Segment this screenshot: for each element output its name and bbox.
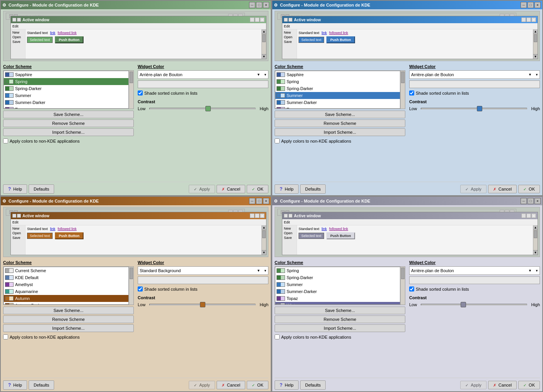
scheme-item[interactable]: Amethyst bbox=[4, 281, 128, 288]
scheme-item[interactable]: Summer-Darker bbox=[275, 99, 400, 106]
scheme-item[interactable]: Summer-Darker bbox=[4, 99, 128, 106]
close-button[interactable]: × bbox=[263, 198, 269, 204]
color-scheme-list[interactable]: SapphireSpringSpring-DarkerSummerSummer-… bbox=[3, 71, 129, 109]
color-scheme-list[interactable]: SpringSpring-DarkerSummerSummer-DarkerTo… bbox=[275, 267, 400, 305]
minimize-button[interactable]: ─ bbox=[249, 2, 255, 8]
scheme-item[interactable]: Spring bbox=[4, 78, 128, 85]
import-scheme-button[interactable]: Import Scheme... bbox=[275, 324, 405, 332]
close-button[interactable]: × bbox=[263, 2, 269, 8]
apply-button[interactable]: ✓Apply bbox=[189, 381, 215, 389]
push-button-preview[interactable]: Push Button bbox=[55, 36, 84, 43]
apply-button[interactable]: ✓Apply bbox=[460, 381, 487, 389]
slider-thumb[interactable] bbox=[200, 302, 205, 307]
push-button-preview[interactable]: Push Button bbox=[55, 232, 84, 239]
defaults-button[interactable]: Defaults bbox=[300, 184, 326, 194]
apply-non-kde-checkbox[interactable] bbox=[275, 138, 280, 143]
ok-button[interactable]: ✓OK bbox=[518, 185, 540, 193]
scheme-item[interactable]: Summer bbox=[4, 92, 128, 99]
apply-button[interactable]: ✓Apply bbox=[460, 185, 487, 193]
help-button[interactable]: ?Help bbox=[275, 380, 299, 390]
widget-color-dropdown[interactable]: Standard Background▼ bbox=[138, 266, 268, 275]
widget-color-dropdown[interactable]: Arrière-plan de Bouton▼ bbox=[409, 70, 540, 79]
help-button[interactable]: ?Help bbox=[3, 380, 27, 390]
defaults-button[interactable]: Defaults bbox=[300, 380, 326, 390]
scheme-item[interactable]: Topaz bbox=[4, 106, 128, 109]
widget-color-dropdown[interactable]: Arrière-plan de Bouton▼ bbox=[409, 266, 540, 275]
apply-non-kde-checkbox[interactable] bbox=[275, 334, 280, 339]
import-scheme-button[interactable]: Import Scheme... bbox=[3, 128, 134, 136]
scheme-item[interactable]: Current Scheme bbox=[4, 267, 128, 274]
contrast-slider[interactable] bbox=[421, 302, 527, 308]
maximize-button[interactable]: □ bbox=[256, 2, 262, 8]
scheme-item[interactable]: Winter bbox=[275, 302, 400, 305]
scheme-item[interactable]: Autumn-Darker bbox=[4, 302, 128, 305]
slider-thumb[interactable] bbox=[205, 106, 211, 111]
cancel-button[interactable]: ✗Cancel bbox=[217, 381, 245, 389]
contrast-slider[interactable] bbox=[149, 302, 256, 308]
scheme-item[interactable]: Sapphire bbox=[4, 71, 128, 78]
maximize-button[interactable]: □ bbox=[528, 2, 534, 8]
scheme-item[interactable]: Summer-Darker bbox=[275, 288, 400, 295]
scheme-item[interactable]: Spring-Darker bbox=[275, 274, 400, 281]
contrast-slider[interactable] bbox=[149, 106, 256, 112]
apply-non-kde-checkbox[interactable] bbox=[3, 138, 8, 143]
scheme-item[interactable]: Sapphire bbox=[275, 71, 400, 78]
minimize-button[interactable]: ─ bbox=[521, 198, 527, 204]
cancel-button[interactable]: ✗Cancel bbox=[488, 185, 517, 193]
remove-scheme-button[interactable]: Remove Scheme bbox=[275, 315, 405, 323]
scheme-item[interactable]: Spring-Darker bbox=[275, 85, 400, 92]
help-button[interactable]: ?Help bbox=[275, 184, 299, 194]
minimize-button[interactable]: ─ bbox=[249, 198, 255, 204]
ok-button[interactable]: ✓OK bbox=[518, 381, 540, 389]
import-scheme-button[interactable]: Import Scheme... bbox=[275, 128, 405, 136]
scheme-item[interactable]: KDE Default bbox=[4, 274, 128, 281]
ok-button[interactable]: ✓OK bbox=[247, 185, 268, 193]
widget-color-dropdown[interactable]: Arrière-plan de Bouton▼ bbox=[138, 70, 268, 79]
remove-scheme-button[interactable]: Remove Scheme bbox=[3, 119, 134, 127]
help-button[interactable]: ?Help bbox=[3, 184, 27, 194]
color-scheme-section: Color SchemeSapphireSpringSpring-DarkerS… bbox=[3, 64, 134, 182]
close-button[interactable]: × bbox=[534, 198, 541, 204]
cancel-button[interactable]: ✗Cancel bbox=[217, 185, 245, 193]
slider-thumb[interactable] bbox=[477, 106, 482, 111]
save-scheme-button[interactable]: Save Scheme... bbox=[3, 111, 134, 118]
scheme-item[interactable]: Autumn bbox=[4, 295, 128, 302]
active-window-preview: Active window·□×EditNewOpenSaveStandard … bbox=[282, 212, 538, 255]
contrast-section: ContrastLowHigh bbox=[409, 99, 540, 112]
defaults-button[interactable]: Defaults bbox=[29, 380, 54, 390]
import-scheme-button[interactable]: Import Scheme... bbox=[3, 324, 134, 332]
scheme-item[interactable]: Summer bbox=[275, 281, 400, 288]
slider-thumb[interactable] bbox=[461, 302, 466, 307]
color-scheme-list[interactable]: SapphireSpringSpring-DarkerSummerSummer-… bbox=[275, 71, 400, 109]
shade-sorted-checkbox[interactable] bbox=[409, 90, 414, 95]
scheme-item[interactable]: Spring bbox=[275, 78, 400, 85]
shade-sorted-checkbox[interactable] bbox=[409, 286, 414, 291]
maximize-button[interactable]: □ bbox=[528, 198, 534, 204]
scheme-item[interactable]: Topaz bbox=[275, 295, 400, 302]
remove-scheme-button[interactable]: Remove Scheme bbox=[275, 119, 405, 127]
scheme-item[interactable]: Topaz bbox=[275, 106, 400, 109]
push-button-preview[interactable]: Push Button bbox=[326, 232, 355, 239]
scheme-item[interactable]: Summer bbox=[275, 92, 400, 99]
widget-color-section: Widget ColorArrière-plan de Bouton▼Shade… bbox=[409, 260, 540, 378]
close-button[interactable]: × bbox=[534, 2, 541, 8]
cancel-button[interactable]: ✗Cancel bbox=[488, 381, 517, 389]
remove-scheme-button[interactable]: Remove Scheme bbox=[3, 315, 134, 323]
ok-button[interactable]: ✓OK bbox=[247, 381, 268, 389]
apply-button[interactable]: ✓Apply bbox=[189, 185, 215, 193]
defaults-button[interactable]: Defaults bbox=[29, 184, 54, 194]
shade-sorted-checkbox[interactable] bbox=[138, 286, 143, 291]
scheme-item[interactable]: Spring-Darker bbox=[4, 85, 128, 92]
contrast-slider[interactable] bbox=[421, 106, 527, 112]
save-scheme-button[interactable]: Save Scheme... bbox=[275, 111, 405, 118]
scheme-item[interactable]: Spring bbox=[275, 267, 400, 274]
scheme-item[interactable]: Aquamarine bbox=[4, 288, 128, 295]
save-scheme-button[interactable]: Save Scheme... bbox=[275, 307, 405, 314]
minimize-button[interactable]: ─ bbox=[521, 2, 527, 8]
maximize-button[interactable]: □ bbox=[256, 198, 262, 204]
apply-non-kde-checkbox[interactable] bbox=[3, 334, 8, 339]
shade-sorted-checkbox[interactable] bbox=[138, 90, 143, 95]
color-scheme-list[interactable]: Current SchemeKDE DefaultAmethystAquamar… bbox=[3, 267, 129, 305]
save-scheme-button[interactable]: Save Scheme... bbox=[3, 307, 134, 314]
push-button-preview[interactable]: Push Button bbox=[326, 36, 355, 43]
